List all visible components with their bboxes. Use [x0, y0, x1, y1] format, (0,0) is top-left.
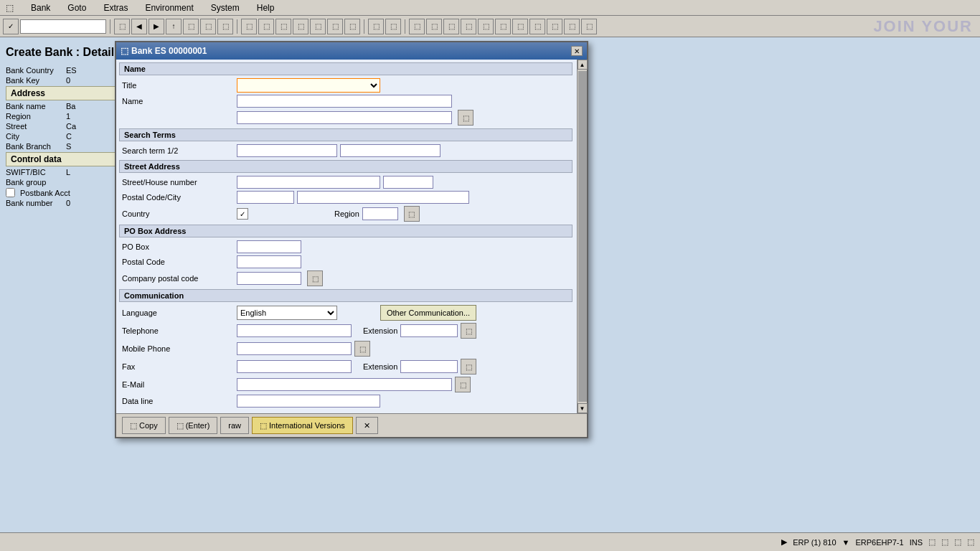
po-box-row: PO Box — [119, 240, 573, 253]
toolbar-btn25[interactable]: ⬚ — [547, 19, 562, 34]
toolbar-btn2[interactable]: ◀ — [131, 19, 147, 34]
toolbar-btn9[interactable]: ⬚ — [258, 19, 274, 34]
toolbar-btn7[interactable]: ⬚ — [217, 19, 233, 34]
toolbar-input[interactable] — [20, 19, 106, 34]
name2-input[interactable] — [237, 111, 452, 124]
toolbar-btn17[interactable]: ⬚ — [409, 19, 425, 34]
region-input[interactable] — [362, 207, 398, 220]
copy-icon: ⬚ — [130, 421, 137, 430]
street-input[interactable] — [237, 176, 380, 189]
mobile-input[interactable] — [237, 342, 352, 355]
toolbar-btn19[interactable]: ⬚ — [443, 19, 459, 34]
menu-help[interactable]: Help — [254, 1, 278, 14]
dialog-footer-cancel-btn[interactable]: ✕ — [356, 417, 378, 434]
city-input[interactable] — [297, 191, 469, 204]
po-postal-row: Postal Code — [119, 255, 573, 268]
language-select[interactable]: English German French Spanish — [237, 306, 337, 320]
country-checkbox[interactable]: ✓ — [237, 208, 248, 220]
menu-bank[interactable]: Bank — [28, 1, 53, 14]
email-icon-btn[interactable]: ⬚ — [455, 377, 471, 392]
copy-button[interactable]: ⬚ Copy — [122, 417, 166, 434]
toolbar-btn21[interactable]: ⬚ — [478, 19, 494, 34]
toolbar-btn10[interactable]: ⬚ — [275, 19, 291, 34]
street-address-section: Street Address Street/House number Posta… — [119, 160, 584, 222]
dialog: ⬚ Bank ES 00000001 ✕ ▲ ▼ Name Title — [115, 41, 588, 438]
toolbar-btn14[interactable]: ⬚ — [344, 19, 360, 34]
bank-key-row: Bank Key 0 — [6, 76, 121, 85]
extension-input[interactable] — [400, 324, 458, 337]
scroll-down-arrow[interactable]: ▼ — [578, 403, 588, 413]
po-copy-icon-btn[interactable]: ⬚ — [307, 270, 323, 286]
address-section-header: Address — [6, 86, 121, 100]
toolbar-btn18[interactable]: ⬚ — [426, 19, 442, 34]
po-postal-input[interactable] — [237, 255, 301, 268]
street-copy-icon-btn[interactable]: ⬚ — [404, 206, 420, 222]
bank-country-value: ES — [66, 66, 77, 75]
house-number-input[interactable] — [383, 176, 433, 189]
toolbar-btn16[interactable]: ⬚ — [385, 19, 401, 34]
toolbar-btn26[interactable]: ⬚ — [564, 19, 580, 34]
mobile-row: Mobile Phone ⬚ — [119, 341, 573, 357]
telephone-input[interactable] — [237, 324, 352, 337]
extension-label: Extension — [363, 326, 397, 335]
fax-input[interactable] — [237, 360, 352, 373]
scroll-up-arrow[interactable]: ▲ — [578, 60, 588, 70]
po-box-section: PO Box Address PO Box Postal Code Compan… — [119, 225, 584, 286]
fax-ext-input[interactable] — [400, 360, 458, 373]
toolbar-btn22[interactable]: ⬚ — [495, 19, 511, 34]
toolbar-btn11[interactable]: ⬚ — [293, 19, 308, 34]
toolbar-back-btn[interactable]: ✓ — [3, 19, 19, 34]
search-terms-header: Search Terms — [119, 128, 573, 141]
company-postal-label: Company postal code — [122, 274, 237, 283]
toolbar-sep1 — [110, 19, 110, 34]
dialog-scrollbar: ▲ ▼ — [577, 60, 587, 413]
dialog-close-button[interactable]: ✕ — [571, 46, 583, 56]
mobile-icon-btn[interactable]: ⬚ — [354, 341, 370, 357]
menu-extras[interactable]: Extras — [100, 1, 131, 14]
company-postal-input[interactable] — [237, 272, 301, 285]
toolbar-btn20[interactable]: ⬚ — [461, 19, 476, 34]
fax-icon-btn[interactable]: ⬚ — [461, 359, 476, 375]
search-term2-input[interactable] — [340, 144, 440, 157]
toolbar-btn3[interactable]: ▶ — [149, 19, 164, 34]
postbank-checkbox[interactable] — [6, 188, 15, 197]
enter-button[interactable]: ⬚ (Enter) — [169, 417, 218, 434]
name-row: Name — [119, 95, 573, 108]
search-term1-input[interactable] — [237, 144, 337, 157]
raw-button[interactable]: raw — [220, 417, 249, 434]
scroll-thumb[interactable] — [578, 71, 587, 402]
bank-name-row: Bank name Ba — [6, 102, 121, 110]
toolbar-btn23[interactable]: ⬚ — [512, 19, 528, 34]
telephone-icon-btn[interactable]: ⬚ — [461, 323, 476, 339]
postal-code-input[interactable] — [237, 191, 294, 204]
name-input[interactable] — [237, 95, 452, 108]
toolbar-btn4[interactable]: ↑ — [166, 19, 182, 34]
toolbar-btn12[interactable]: ⬚ — [310, 19, 326, 34]
toolbar-btn15[interactable]: ⬚ — [368, 19, 384, 34]
toolbar-btn27[interactable]: ⬚ — [581, 19, 597, 34]
po-postal-label: Postal Code — [122, 258, 237, 266]
data-line-input[interactable] — [237, 395, 380, 408]
name-copy-icon-btn[interactable]: ⬚ — [458, 110, 473, 126]
other-communication-btn[interactable]: Other Communication... — [380, 305, 476, 321]
swift-row: SWIFT/BIC L — [6, 168, 121, 176]
intl-icon: ⬚ — [260, 421, 267, 430]
status-icon4: ⬚ — [967, 537, 974, 547]
menu-goto[interactable]: Goto — [65, 1, 89, 14]
international-versions-btn[interactable]: ⬚ International Versions — [252, 417, 353, 434]
toolbar-btn8[interactable]: ⬚ — [241, 19, 257, 34]
menu-system[interactable]: System — [208, 1, 242, 14]
toolbar-btn5[interactable]: ⬚ — [183, 19, 199, 34]
toolbar-btn24[interactable]: ⬚ — [529, 19, 545, 34]
data-line-row: Data line — [119, 395, 573, 408]
menu-environment[interactable]: Environment — [142, 1, 196, 14]
status-play-icon[interactable]: ▶ — [781, 537, 787, 547]
postal-city-label: Postal Code/City — [122, 193, 237, 202]
toolbar-btn1[interactable]: ⬚ — [114, 19, 130, 34]
title-select[interactable] — [237, 78, 380, 93]
po-box-input[interactable] — [237, 240, 301, 253]
bank-group-row: Bank group — [6, 178, 121, 187]
toolbar-btn6[interactable]: ⬚ — [200, 19, 216, 34]
email-input[interactable] — [237, 378, 452, 391]
toolbar-btn13[interactable]: ⬚ — [327, 19, 343, 34]
